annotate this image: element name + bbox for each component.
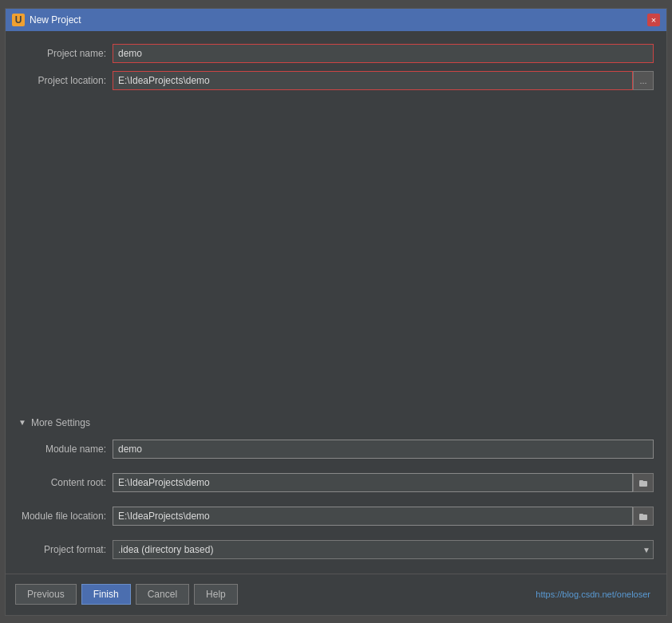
project-format-label: Project format: bbox=[18, 544, 106, 555]
project-location-field-group: ... bbox=[113, 71, 654, 90]
previous-button[interactable]: Previous bbox=[15, 584, 77, 605]
module-file-location-label: Module file location: bbox=[18, 511, 106, 522]
svg-rect-3 bbox=[639, 514, 643, 515]
module-name-input[interactable] bbox=[113, 440, 654, 459]
close-button[interactable]: × bbox=[647, 14, 660, 26]
module-name-row: Module name: bbox=[18, 440, 654, 459]
module-file-location-row: Module file location: bbox=[18, 507, 654, 526]
footer-url: https://blog.csdn.net/oneloser bbox=[243, 589, 657, 599]
module-file-location-field-group bbox=[113, 507, 654, 526]
body-spacer bbox=[18, 98, 654, 414]
app-icon: U bbox=[12, 14, 25, 26]
content-root-input[interactable] bbox=[113, 473, 633, 492]
content-root-label: Content root: bbox=[18, 477, 106, 488]
project-location-row: Project location: ... bbox=[18, 71, 654, 90]
dialog-body: Project name: Project location: ... ▼ Mo… bbox=[6, 31, 666, 574]
module-name-label: Module name: bbox=[18, 444, 106, 455]
browse-module-file-button[interactable] bbox=[633, 507, 654, 526]
svg-rect-0 bbox=[639, 481, 647, 487]
more-settings-header[interactable]: ▼ More Settings bbox=[18, 414, 654, 432]
svg-rect-2 bbox=[639, 515, 647, 520]
dialog-title: New Project bbox=[30, 14, 642, 26]
app-icon-letter: U bbox=[15, 14, 22, 26]
project-name-row: Project name: bbox=[18, 44, 654, 63]
browse-content-root-button[interactable] bbox=[633, 473, 654, 492]
more-settings-label: More Settings bbox=[31, 417, 90, 428]
module-file-location-input[interactable] bbox=[113, 507, 633, 526]
project-location-input[interactable] bbox=[113, 71, 633, 90]
collapse-arrow-icon: ▼ bbox=[18, 418, 26, 427]
more-settings-section: ▼ More Settings Module name: Content roo… bbox=[18, 414, 654, 567]
more-settings-form: Module name: Content root: bbox=[18, 440, 654, 567]
dialog-footer: Previous Finish Cancel Help https://blog… bbox=[6, 574, 666, 615]
content-root-row: Content root: bbox=[18, 473, 654, 492]
project-name-label: Project name: bbox=[18, 48, 106, 59]
svg-rect-1 bbox=[639, 480, 643, 482]
project-name-input[interactable] bbox=[113, 44, 654, 63]
new-project-dialog: U New Project × Project name: Project lo… bbox=[5, 8, 667, 616]
title-bar: U New Project × bbox=[6, 9, 666, 31]
finish-button[interactable]: Finish bbox=[81, 584, 131, 605]
folder-icon-2 bbox=[638, 511, 648, 521]
project-format-select[interactable]: .idea (directory based) .ipr (file based… bbox=[113, 540, 654, 559]
content-root-field-group bbox=[113, 473, 654, 492]
folder-icon bbox=[638, 478, 648, 487]
help-button[interactable]: Help bbox=[194, 584, 238, 605]
project-format-row: Project format: .idea (directory based) … bbox=[18, 540, 654, 559]
cancel-button[interactable]: Cancel bbox=[136, 584, 189, 605]
project-location-label: Project location: bbox=[18, 75, 106, 86]
browse-location-button[interactable]: ... bbox=[633, 71, 654, 90]
project-format-select-wrapper: .idea (directory based) .ipr (file based… bbox=[113, 540, 654, 559]
